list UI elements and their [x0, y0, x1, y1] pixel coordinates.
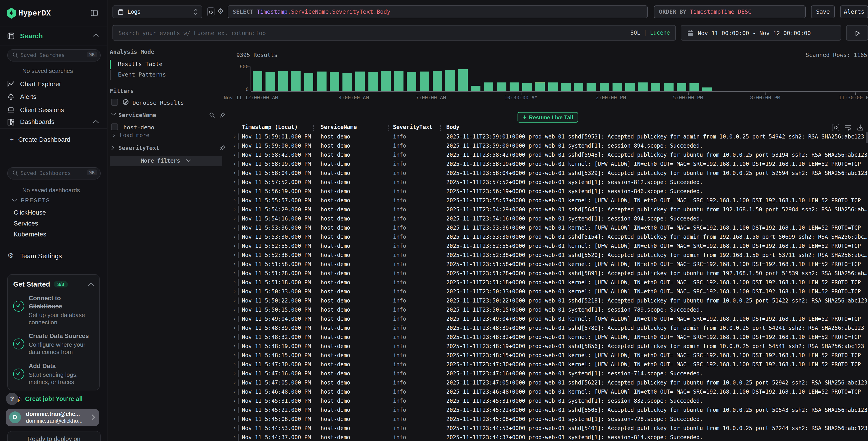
table-row[interactable]: ›Nov 11 5:53:36.000 PMhost-demoinfo2025-…	[228, 223, 868, 232]
get-started-item-title[interactable]: Connect to ClickHouse	[29, 295, 62, 310]
row-expand-icon[interactable]: ›	[233, 260, 236, 269]
pin-icon[interactable]	[219, 112, 225, 118]
histogram-bar[interactable]	[561, 83, 570, 91]
row-expand-icon[interactable]: ›	[233, 178, 236, 187]
help-button[interactable]: ?	[6, 393, 18, 405]
table-row[interactable]: ›Nov 11 5:50:33.000 PMhost-demoinfo2025-…	[228, 287, 868, 296]
histogram-bar[interactable]	[625, 83, 635, 91]
table-row[interactable]: ›Nov 11 5:53:30.000 PMhost-demoinfo2025-…	[228, 232, 868, 241]
histogram-bar[interactable]	[548, 82, 558, 91]
table-row[interactable]: ›Nov 11 5:54:16.000 PMhost-demoinfo2025-…	[228, 214, 868, 223]
table-row[interactable]: ›Nov 11 5:47:16.000 PMhost-demoinfo2025-…	[228, 369, 868, 378]
histogram-bar[interactable]	[445, 70, 455, 91]
histogram-bar[interactable]	[291, 71, 301, 91]
table-row[interactable]: ›Nov 11 5:59:00.000 PMhost-demoinfo2025-…	[228, 141, 868, 150]
histogram-bar[interactable]	[394, 71, 403, 91]
filter-option-host-demo[interactable]: host-demo	[110, 123, 227, 131]
analysis-mode-event-patterns[interactable]: Event Patterns	[110, 70, 224, 80]
histogram-bar[interactable]	[471, 86, 481, 91]
col-timestamp[interactable]: Timestamp (Local)	[242, 124, 298, 130]
table-row[interactable]: ›Nov 11 5:45:08.000 PMhost-demoinfo2025-…	[228, 415, 868, 424]
filter-group-servicename[interactable]: ServiceName	[110, 111, 227, 119]
table-row[interactable]: ›Nov 11 5:50:22.000 PMhost-demoinfo2025-…	[228, 296, 868, 305]
histogram-bar[interactable]	[368, 72, 378, 91]
table-row[interactable]: ›Nov 11 5:47:30.000 PMhost-demoinfo2025-…	[228, 360, 868, 369]
table-row[interactable]: ›Nov 11 5:48:19.000 PMhost-demoinfo2025-…	[228, 342, 868, 351]
deploy-card[interactable]: Ready to deploy on	[7, 431, 101, 441]
row-expand-icon[interactable]: ›	[233, 150, 236, 159]
chevron-up-icon[interactable]	[93, 120, 99, 123]
lang-lucene[interactable]: Lucene	[650, 30, 670, 36]
row-expand-icon[interactable]: ›	[233, 169, 236, 178]
row-expand-icon[interactable]: ›	[233, 141, 236, 150]
sidebar-item-preset-kubernetes[interactable]: Kubernetes	[14, 231, 46, 238]
alerts-button[interactable]: Alerts	[840, 5, 868, 18]
histogram-bar[interactable]	[420, 72, 429, 91]
search-input[interactable]: Search your events w/ Lucene ex. column:…	[113, 25, 676, 40]
language-toggle[interactable]: SQL | Lucene	[630, 30, 670, 36]
histogram-bar[interactable]	[677, 83, 686, 91]
table-row[interactable]: ›Nov 11 5:55:57.000 PMhost-demoinfo2025-…	[228, 196, 868, 205]
column-resize-handle[interactable]	[313, 125, 316, 131]
table-row[interactable]: ›Nov 11 5:45:31.000 PMhost-demoinfo2025-…	[228, 396, 868, 406]
histogram-bar[interactable]	[523, 83, 532, 91]
host-demo-checkbox[interactable]	[111, 123, 118, 130]
get-started-item-title[interactable]: Create Data Sources	[29, 333, 89, 340]
pin-icon[interactable]	[219, 145, 225, 151]
analysis-mode-results-table[interactable]: Results Table	[110, 59, 224, 70]
table-row[interactable]: ›Nov 11 5:57:52.000 PMhost-demoinfo2025-…	[228, 178, 868, 187]
user-menu[interactable]: D dominic.tran@clic... dominic.tran@clic…	[6, 409, 99, 426]
histogram-bar[interactable]	[330, 72, 339, 91]
sidebar-item-preset-services[interactable]: Services	[14, 219, 38, 227]
histogram-bar[interactable]	[613, 83, 622, 91]
row-expand-icon[interactable]: ›	[233, 351, 236, 360]
sidebar-item-team-settings[interactable]: ⚙ Team Settings	[0, 251, 107, 262]
table-row[interactable]: ›Nov 11 5:58:42.000 PMhost-demoinfo2025-…	[228, 150, 868, 159]
get-started-item[interactable]: Create Data SourcesConfigure where your …	[13, 332, 94, 356]
histogram-bar[interactable]	[278, 71, 288, 91]
column-resize-handle[interactable]	[440, 125, 443, 131]
sidebar-item-client-sessions[interactable]: Client Sessions	[0, 104, 107, 116]
histogram-bar[interactable]	[317, 72, 327, 91]
histogram-bar[interactable]	[407, 72, 416, 91]
order-by-input[interactable]: ORDER BY TimestampTime DESC	[654, 5, 806, 18]
sidebar-item-preset-clickhouse[interactable]: ClickHouse	[14, 209, 46, 216]
row-expand-icon[interactable]: ›	[233, 214, 236, 223]
row-expand-icon[interactable]: ›	[233, 387, 236, 396]
histogram-bar[interactable]	[535, 82, 545, 91]
row-expand-icon[interactable]: ›	[233, 378, 236, 387]
table-row[interactable]: ›Nov 11 5:44:53.000 PMhost-demoinfo2025-…	[228, 424, 868, 433]
histogram-bar[interactable]	[509, 82, 519, 91]
row-expand-icon[interactable]: ›	[233, 305, 236, 314]
row-expand-icon[interactable]: ›	[233, 132, 236, 141]
row-expand-icon[interactable]: ›	[233, 433, 236, 441]
load-more-button[interactable]: Load more	[110, 132, 227, 139]
row-expand-icon[interactable]: ›	[233, 223, 236, 232]
histogram-bar[interactable]	[266, 72, 275, 91]
row-expand-icon[interactable]: ›	[233, 332, 236, 342]
histogram-bar[interactable]	[432, 70, 442, 91]
gear-icon[interactable]: ⚙	[217, 7, 224, 16]
col-severitytext[interactable]: SeverityText	[393, 124, 432, 130]
sidebar-item-dashboards[interactable]: Dashboards	[0, 117, 107, 129]
search-icon[interactable]	[209, 112, 215, 118]
saved-searches-input[interactable]: Saved Searches ⌘K	[7, 49, 101, 61]
histogram-bar[interactable]	[689, 84, 699, 91]
lang-sql[interactable]: SQL	[630, 30, 640, 36]
row-expand-icon[interactable]: ›	[233, 269, 236, 278]
table-row[interactable]: ›Nov 11 5:51:58.000 PMhost-demoinfo2025-…	[228, 260, 868, 269]
histogram-bar[interactable]	[381, 71, 391, 91]
histogram-bar[interactable]	[651, 83, 660, 91]
row-expand-icon[interactable]: ›	[233, 314, 236, 323]
histogram-bar[interactable]	[703, 87, 712, 91]
row-expand-icon[interactable]: ›	[233, 232, 236, 241]
histogram-bar[interactable]	[574, 83, 583, 91]
row-expand-icon[interactable]: ›	[233, 424, 236, 433]
table-row[interactable]: ›Nov 11 5:46:48.000 PMhost-demoinfo2025-…	[228, 387, 868, 396]
collapse-sidebar-icon[interactable]	[91, 9, 98, 17]
row-expand-icon[interactable]: ›	[233, 406, 236, 415]
col-servicename[interactable]: ServiceName	[320, 124, 357, 130]
row-expand-icon[interactable]: ›	[233, 187, 236, 196]
histogram-bar[interactable]	[304, 73, 314, 91]
row-expand-icon[interactable]: ›	[233, 369, 236, 378]
